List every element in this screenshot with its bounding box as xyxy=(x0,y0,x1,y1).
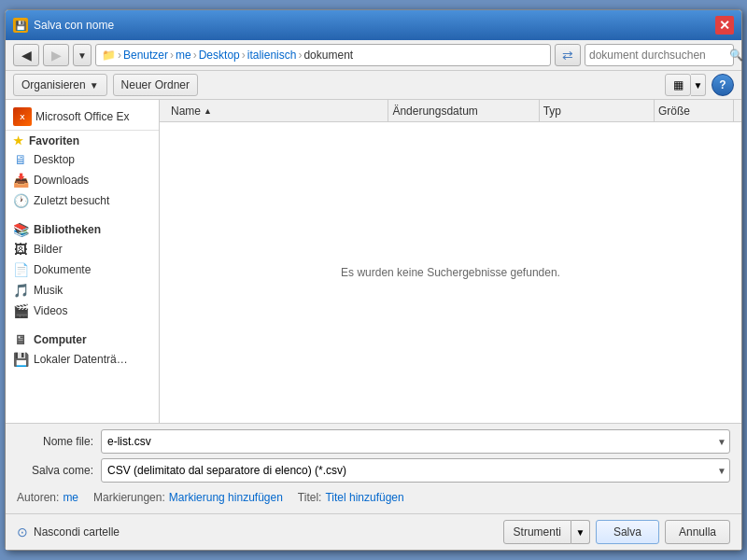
refresh-button[interactable]: ⇄ xyxy=(555,44,581,66)
search-icon: 🔍 xyxy=(729,49,743,62)
sidebar-recent-label: Zuletzt besucht xyxy=(34,194,109,207)
computer-label: Computer xyxy=(34,333,87,346)
sidebar-drive-label: Lokaler Datenträ… xyxy=(34,353,128,366)
col-header-name[interactable]: Name ▲ xyxy=(167,100,388,121)
organize-label: Organisieren xyxy=(21,78,86,91)
favorites-label: Favoriten xyxy=(29,134,79,147)
sort-arrow-icon: ▲ xyxy=(204,106,212,116)
dialog-icon: 💾 xyxy=(13,18,28,33)
close-button[interactable]: ✕ xyxy=(715,16,734,35)
organize-button[interactable]: Organisieren ▼ xyxy=(13,74,107,96)
save-button[interactable]: Salva xyxy=(596,520,659,544)
actions-bar: Organisieren ▼ Neuer Ordner ▦ ▼ ? xyxy=(6,71,741,100)
title-label: Titel: xyxy=(298,491,322,504)
tools-group: Strumenti ▼ xyxy=(503,520,590,544)
library-icon: 📚 xyxy=(13,222,28,237)
view-controls: ▦ ▼ xyxy=(665,74,706,96)
sidebar-item-drive[interactable]: 💾 Lokaler Datenträ… xyxy=(6,349,159,370)
sidebar-musik-label: Musik xyxy=(34,284,63,297)
cancel-button[interactable]: Annulla xyxy=(665,520,730,544)
hide-arrow-icon: ⊙ xyxy=(17,525,28,539)
ms-office-icon: X xyxy=(13,107,32,126)
search-input[interactable] xyxy=(589,49,729,62)
breadcrumb-me[interactable]: me xyxy=(176,49,191,62)
filename-input[interactable] xyxy=(101,429,730,454)
dropdown-button[interactable]: ▼ xyxy=(73,44,92,66)
musik-icon: 🎵 xyxy=(13,283,28,298)
col-header-date[interactable]: Änderungsdatum xyxy=(388,100,539,121)
col-size-label: Größe xyxy=(658,105,690,118)
breadcrumb-part: 📁 xyxy=(102,49,116,62)
col-header-type[interactable]: Typ xyxy=(540,100,655,121)
sidebar-libraries-header[interactable]: 📚 Bibliotheken xyxy=(6,218,159,239)
sidebar-item-ms-office[interactable]: X Microsoft Office Ex xyxy=(6,104,159,131)
sidebar-downloads-label: Downloads xyxy=(34,174,89,187)
author-item: Autoren: me xyxy=(17,491,78,504)
sidebar-item-videos[interactable]: 🎬 Videos xyxy=(6,301,159,321)
hide-folders-label: Nascondi cartelle xyxy=(34,525,120,539)
organize-arrow-icon: ▼ xyxy=(90,80,99,91)
drive-icon: 💾 xyxy=(13,352,28,367)
search-bar: 🔍 xyxy=(585,44,734,66)
filename-row: Nome file: ▼ xyxy=(17,429,730,454)
filename-label: Nome file: xyxy=(17,435,101,448)
footer: Nome file: ▼ Salva come: CSV (delimitato… xyxy=(6,423,741,513)
help-button[interactable]: ? xyxy=(712,74,734,96)
view-dropdown-button[interactable]: ▼ xyxy=(691,74,706,96)
sidebar: X Microsoft Office Ex ★ Favoriten 🖥 Desk… xyxy=(6,100,160,423)
tags-link[interactable]: Markierung hinzufügen xyxy=(169,491,283,504)
sidebar-item-desktop[interactable]: 🖥 Desktop xyxy=(6,149,159,170)
sidebar-computer-header[interactable]: 🖥 Computer xyxy=(6,329,159,349)
filename-dropdown-icon[interactable]: ▼ xyxy=(717,437,726,447)
address-toolbar: ◀ ▶ ▼ 📁 › Benutzer › me › Desktop › ital… xyxy=(6,40,741,71)
new-folder-label: Neuer Ordner xyxy=(121,78,190,91)
dialog-title: Salva con nome xyxy=(34,19,114,32)
save-dialog: 💾 Salva con nome ✕ ◀ ▶ ▼ 📁 › Benutzer › … xyxy=(5,9,742,551)
col-name-label: Name xyxy=(171,105,201,118)
sidebar-item-recent[interactable]: 🕐 Zuletzt besucht xyxy=(6,190,159,211)
breadcrumb-italienisch[interactable]: italienisch xyxy=(247,49,297,62)
new-folder-button[interactable]: Neuer Ordner xyxy=(113,74,198,96)
col-header-size[interactable]: Größe xyxy=(655,100,734,121)
recent-icon: 🕐 xyxy=(13,193,28,208)
breadcrumb-desktop[interactable]: Desktop xyxy=(199,49,240,62)
sidebar-item-downloads[interactable]: 📥 Downloads xyxy=(6,170,159,190)
breadcrumb-dokument[interactable]: dokument xyxy=(303,49,353,62)
author-link[interactable]: me xyxy=(63,491,78,504)
title-link[interactable]: Titel hinzufügen xyxy=(325,491,403,504)
sidebar-bilder-label: Bilder xyxy=(34,243,63,256)
forward-button[interactable]: ▶ xyxy=(43,44,69,66)
savetype-select-wrapper: CSV (delimitato dal separatore di elenco… xyxy=(101,458,730,483)
favorites-star-icon: ★ xyxy=(13,134,23,147)
savetype-select[interactable]: CSV (delimitato dal separatore di elenco… xyxy=(101,458,730,483)
libraries-label: Bibliotheken xyxy=(34,223,101,236)
title-item: Titel: Titel hinzufügen xyxy=(298,491,404,504)
computer-icon: 🖥 xyxy=(13,332,28,347)
col-date-label: Änderungsdatum xyxy=(392,105,477,118)
tools-button[interactable]: Strumenti xyxy=(503,520,571,544)
sidebar-item-musik[interactable]: 🎵 Musik xyxy=(6,280,159,301)
main-content: X Microsoft Office Ex ★ Favoriten 🖥 Desk… xyxy=(6,100,741,423)
breadcrumb-benutzer[interactable]: Benutzer xyxy=(123,49,168,62)
bottom-bar: ⊙ Nascondi cartelle Strumenti ▼ Salva An… xyxy=(6,513,741,550)
sidebar-videos-label: Videos xyxy=(34,304,67,317)
file-area: Name ▲ Änderungsdatum Typ Größe Es wurde… xyxy=(160,100,741,423)
title-bar: 💾 Salva con nome ✕ xyxy=(6,10,741,40)
sidebar-desktop-label: Desktop xyxy=(34,153,75,166)
sidebar-item-bilder[interactable]: 🖼 Bilder xyxy=(6,239,159,259)
view-icon-button[interactable]: ▦ xyxy=(665,74,691,96)
file-column-headers: Name ▲ Änderungsdatum Typ Größe xyxy=(160,100,741,122)
tools-dropdown-button[interactable]: ▼ xyxy=(571,520,590,544)
filename-input-wrapper: ▼ xyxy=(101,429,730,454)
bilder-icon: 🖼 xyxy=(13,242,28,257)
meta-row: Autoren: me Markierungen: Markierung hin… xyxy=(17,487,730,508)
hide-folders-button[interactable]: ⊙ Nascondi cartelle xyxy=(17,525,120,539)
savetype-row: Salva come: CSV (delimitato dal separato… xyxy=(17,458,730,483)
sidebar-favorites-header[interactable]: ★ Favoriten xyxy=(6,131,159,149)
empty-message: Es wurden keine Suchergebnisse gefunden. xyxy=(341,266,560,279)
sidebar-dokumente-label: Dokumente xyxy=(34,263,91,276)
downloads-icon: 📥 xyxy=(13,173,28,188)
tags-item: Markierungen: Markierung hinzufügen xyxy=(93,491,283,504)
back-button[interactable]: ◀ xyxy=(13,44,39,66)
sidebar-item-dokumente[interactable]: 📄 Dokumente xyxy=(6,259,159,280)
